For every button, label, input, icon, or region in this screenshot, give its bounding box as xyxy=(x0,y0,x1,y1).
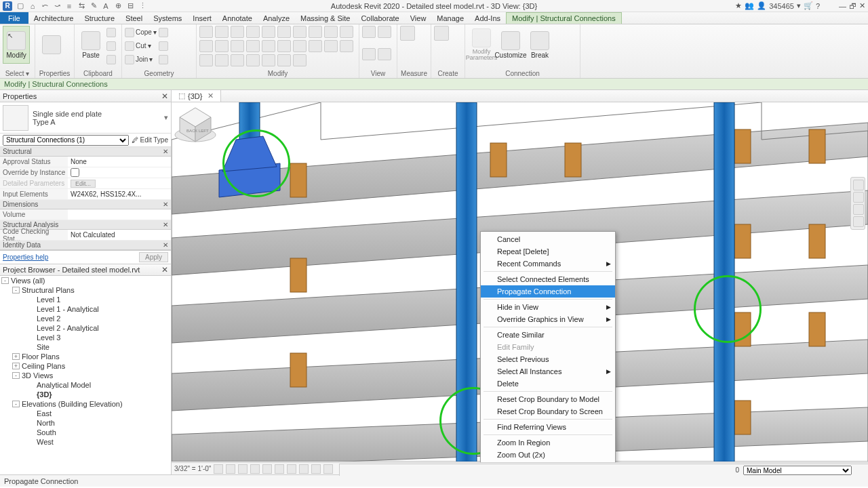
ribbon-tab[interactable]: Annotate xyxy=(217,12,258,24)
qat-item-0[interactable]: ▢ xyxy=(15,1,26,11)
qat-item-4[interactable]: ≡ xyxy=(64,1,75,11)
modify-tool-15[interactable] xyxy=(277,40,291,52)
hide-isolate-icon[interactable] xyxy=(299,464,309,474)
ribbon-tab[interactable]: Add-Ins xyxy=(469,12,506,24)
modify-tool-11[interactable] xyxy=(215,40,229,52)
context-menu-item[interactable]: Propagate Connection xyxy=(481,285,615,298)
qat-item-3[interactable]: ⤻ xyxy=(52,1,62,11)
modify-tool-23[interactable] xyxy=(246,54,260,66)
tree-item[interactable]: Site xyxy=(0,342,171,352)
context-menu-item[interactable]: Override Graphics in View▶ xyxy=(481,313,615,325)
shadows-icon[interactable] xyxy=(250,464,260,474)
ribbon-tab[interactable]: Insert xyxy=(187,12,217,24)
tree-expander[interactable]: - xyxy=(1,277,9,284)
view-tool-3[interactable] xyxy=(378,48,391,60)
modify-tool-1[interactable] xyxy=(215,26,229,38)
context-menu-item[interactable]: Select All Instances▶ xyxy=(481,365,615,378)
instance-filter[interactable]: Structural Connections (1) xyxy=(3,135,129,146)
modify-tool-20[interactable] xyxy=(199,54,213,66)
qat-item-8[interactable]: ⊕ xyxy=(113,1,123,11)
modify-tool-19[interactable] xyxy=(340,40,353,52)
modify-tool-6[interactable] xyxy=(293,26,307,38)
modify-tool-12[interactable] xyxy=(231,40,244,52)
tree-expander[interactable]: + xyxy=(12,363,20,369)
dropdown-icon[interactable]: ▾ xyxy=(797,1,801,10)
tree-item[interactable]: +Ceiling Plans xyxy=(0,361,171,371)
context-menu-item[interactable]: Cancel xyxy=(481,233,615,245)
view-tab-3d[interactable]: ⬚ {3D} ✕ xyxy=(172,90,221,102)
star-icon[interactable]: ★ xyxy=(735,1,742,10)
ribbon-tab[interactable]: Massing & Site xyxy=(295,12,355,24)
join-button[interactable]: Join ▾ xyxy=(125,53,157,66)
context-menu-item[interactable]: Zoom In Region xyxy=(481,436,615,449)
tree-item[interactable]: -Structural Plans xyxy=(0,285,171,295)
context-menu-item[interactable]: Reset Crop Boundary to Screen xyxy=(481,405,615,418)
tree-expander[interactable]: - xyxy=(12,287,20,293)
properties-close-button[interactable]: ✕ xyxy=(161,92,168,101)
view-tab-close[interactable]: ✕ xyxy=(208,92,214,100)
modify-tool-13[interactable] xyxy=(246,40,260,52)
customize-button[interactable]: Customize xyxy=(497,26,524,64)
cut-geom-button[interactable]: Cut ▾ xyxy=(125,39,157,52)
minimize-button[interactable]: — xyxy=(839,2,846,10)
tree-item[interactable]: West xyxy=(0,437,171,447)
context-menu-item[interactable]: Select Connected Elements xyxy=(481,273,615,285)
tree-expander[interactable]: + xyxy=(12,353,20,360)
qat-item-5[interactable]: ⇆ xyxy=(76,1,87,11)
ribbon-tab[interactable]: Modify | Structural Connections xyxy=(506,12,622,24)
context-menu-item[interactable]: Select Previous xyxy=(481,353,615,365)
view-tool-1[interactable] xyxy=(378,26,391,38)
modify-tool-7[interactable] xyxy=(309,26,322,38)
create-button[interactable] xyxy=(434,26,449,41)
orbit-icon[interactable] xyxy=(853,216,864,227)
context-menu-item[interactable]: Zoom Out (2x) xyxy=(481,449,615,461)
ribbon-tab[interactable]: Manage xyxy=(431,12,469,24)
ribbon-tab[interactable]: Systems xyxy=(148,12,187,24)
tree-item[interactable]: -3D Views xyxy=(0,371,171,380)
steering-wheel-icon[interactable] xyxy=(853,180,864,190)
tree-item[interactable]: Analytical Model xyxy=(0,380,171,390)
tree-item[interactable]: Level 1 xyxy=(0,295,171,304)
zoom-icon[interactable] xyxy=(853,204,864,215)
modify-tool-18[interactable] xyxy=(324,40,338,52)
context-menu-item[interactable]: Repeat [Delete] xyxy=(481,245,615,258)
geom-icon-2[interactable] xyxy=(159,39,168,52)
pan-icon[interactable] xyxy=(853,192,864,203)
ribbon-tab[interactable]: Analyze xyxy=(258,12,295,24)
tree-item[interactable]: Level 3 xyxy=(0,333,171,342)
tree-expander[interactable]: - xyxy=(12,372,20,379)
context-menu-item[interactable]: Create Similar xyxy=(481,329,615,341)
crop-icon[interactable] xyxy=(275,464,284,474)
tree-item[interactable]: North xyxy=(0,418,171,428)
ribbon-tab[interactable]: Collaborate xyxy=(355,12,404,24)
view-tool-2[interactable] xyxy=(362,48,376,60)
reveal-hidden-icon[interactable] xyxy=(311,464,321,474)
tree-item[interactable]: East xyxy=(0,409,171,418)
sun-path-icon[interactable] xyxy=(238,464,248,474)
context-menu-item[interactable]: Hide in View▶ xyxy=(481,301,615,313)
qat-item-6[interactable]: ✎ xyxy=(88,1,99,11)
modify-tool-25[interactable] xyxy=(277,54,291,66)
tree-item[interactable]: {3D} xyxy=(0,390,171,399)
edit-type-button[interactable]: 🖉 Edit Type xyxy=(132,136,168,144)
qat-item-10[interactable]: ⋮ xyxy=(137,1,148,11)
modify-tool-3[interactable] xyxy=(246,26,260,38)
copy-clipboard-button[interactable] xyxy=(106,39,116,52)
approval-status-value[interactable]: None xyxy=(71,158,87,165)
cat-identity[interactable]: Identity Data✕ xyxy=(0,241,171,250)
measure-button[interactable] xyxy=(400,26,415,41)
modify-tool-button[interactable]: ↖Modify xyxy=(3,26,30,64)
context-menu-item[interactable]: Recent Commands▶ xyxy=(481,258,615,270)
tree-item[interactable]: -Views (all) xyxy=(0,276,171,285)
modify-tool-9[interactable] xyxy=(340,26,353,38)
visual-style-icon[interactable] xyxy=(226,464,235,474)
context-menu-item[interactable]: Zoom To Fit xyxy=(481,461,615,462)
restore-button[interactable]: 🗗 xyxy=(849,2,856,10)
modify-tool-0[interactable] xyxy=(199,26,213,38)
properties-help-link[interactable]: Properties help xyxy=(3,253,48,261)
detail-level-icon[interactable] xyxy=(214,464,223,474)
modify-tool-8[interactable] xyxy=(324,26,338,38)
qat-item-7[interactable]: A xyxy=(100,1,111,11)
override-checkbox[interactable] xyxy=(71,168,79,177)
modify-tool-5[interactable] xyxy=(277,26,291,38)
